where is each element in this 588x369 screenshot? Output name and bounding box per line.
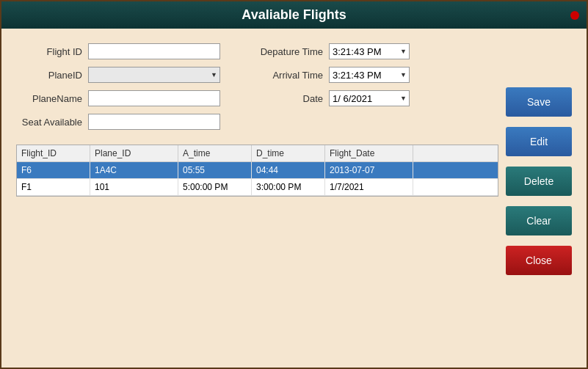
close-dot-icon	[570, 11, 579, 20]
departure-time-row: Depature Time 3:21:43 PM	[250, 43, 410, 59]
flight-id-row: Flight ID	[16, 43, 220, 59]
table-header: Flight_ID Plane_ID A_time D_time Flight_…	[17, 145, 498, 162]
cell-a-time: 05:55	[178, 162, 252, 178]
arrival-time-label: Arrival Time	[250, 70, 323, 81]
right-fields: Depature Time 3:21:43 PM Arrival Time 3:…	[250, 43, 410, 130]
cell-d-time: 04:44	[252, 162, 325, 178]
plane-id-label: PlaneID	[16, 70, 82, 81]
header-flight-id: Flight_ID	[17, 145, 90, 161]
departure-time-select[interactable]: 3:21:43 PM	[329, 43, 410, 59]
table-row[interactable]: F6 1A4C 05:55 04:44 2013-07-07	[17, 162, 498, 179]
header-d-time: D_time	[252, 145, 325, 161]
cell-a-time: 5:00:00 PM	[178, 179, 252, 195]
close-button[interactable]: Close	[506, 246, 572, 275]
clear-button[interactable]: Clear	[506, 206, 572, 235]
date-label: Date	[250, 93, 323, 104]
cell-d-time: 3:00:00 PM	[252, 179, 325, 195]
form-fields: Flight ID PlaneID PlaneName	[16, 43, 498, 130]
cell-flight-id: F1	[17, 179, 90, 195]
header-flight-date: Flight_Date	[325, 145, 413, 161]
flights-table: Flight_ID Plane_ID A_time D_time Flight_…	[16, 145, 498, 197]
title-bar: Avaliable Flights	[1, 1, 587, 29]
date-select[interactable]: 1/ 6/2021	[329, 90, 410, 106]
cell-flight-id: F6	[17, 162, 90, 178]
window-title: Avaliable Flights	[242, 7, 346, 22]
departure-time-label: Depature Time	[250, 46, 323, 57]
arrival-time-row: Arrival Time 3:21:43 PM	[250, 67, 410, 83]
main-content: Flight ID PlaneID PlaneName	[1, 29, 587, 368]
plane-name-label: PlaneName	[16, 93, 82, 104]
arrival-time-select[interactable]: 3:21:43 PM	[329, 67, 410, 83]
header-a-time: A_time	[178, 145, 252, 161]
edit-button[interactable]: Edit	[506, 127, 572, 156]
arrival-time-select-wrapper: 3:21:43 PM	[329, 67, 410, 83]
save-button[interactable]: Save	[506, 87, 572, 117]
cell-plane-id: 1A4C	[90, 162, 178, 178]
seat-available-label: Seat Available	[16, 117, 82, 128]
departure-time-select-wrapper: 3:21:43 PM	[329, 43, 410, 59]
cell-flight-date: 1/7/2021	[325, 179, 413, 195]
plane-id-select-wrapper	[88, 67, 220, 83]
main-window: Avaliable Flights Flight ID PlaneID	[0, 0, 588, 369]
flight-id-label: Flight ID	[16, 46, 82, 57]
delete-button[interactable]: Delete	[506, 167, 572, 196]
cell-flight-date: 2013-07-07	[325, 162, 413, 178]
seat-available-input[interactable]	[88, 114, 220, 130]
form-area: Flight ID PlaneID PlaneName	[16, 43, 498, 353]
header-plane-id: Plane_ID	[90, 145, 178, 161]
table-row[interactable]: F1 101 5:00:00 PM 3:00:00 PM 1/7/2021	[17, 179, 498, 196]
plane-name-input[interactable]	[88, 90, 220, 106]
seat-available-row: Seat Available	[16, 114, 220, 130]
plane-id-select[interactable]	[88, 67, 220, 83]
left-fields: Flight ID PlaneID PlaneName	[16, 43, 220, 130]
plane-id-row: PlaneID	[16, 67, 220, 83]
buttons-area: Save Edit Delete Clear Close	[506, 43, 572, 353]
date-select-wrapper: 1/ 6/2021	[329, 90, 410, 106]
plane-name-row: PlaneName	[16, 90, 220, 106]
flight-id-input[interactable]	[88, 43, 220, 59]
cell-plane-id: 101	[90, 179, 178, 195]
date-row: Date 1/ 6/2021	[250, 90, 410, 106]
